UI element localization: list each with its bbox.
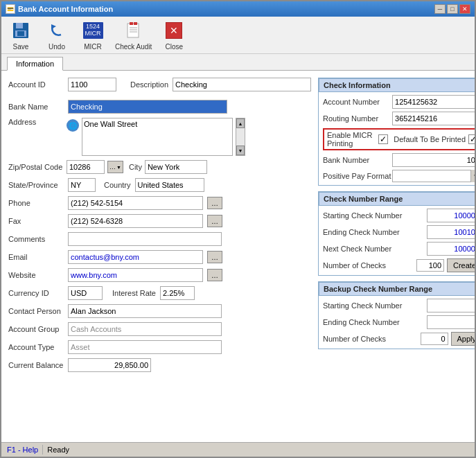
- maximize-button[interactable]: □: [447, 4, 458, 14]
- bank-number-input[interactable]: [392, 153, 475, 167]
- address-scrollbar[interactable]: ▲ ▼: [236, 118, 245, 156]
- tab-information[interactable]: Information: [7, 57, 63, 71]
- balance-input[interactable]: [68, 358, 151, 372]
- micr-printing-label: Enable MICR Printing: [327, 131, 378, 148]
- svg-rect-6: [130, 22, 133, 25]
- website-input[interactable]: [68, 268, 203, 282]
- contact-label: Contact Person: [8, 307, 64, 315]
- account-id-input[interactable]: [68, 78, 116, 91]
- status-bar: F1 - Help Ready: [1, 442, 475, 457]
- account-header-row: Account ID Description: [8, 78, 311, 91]
- interest-input[interactable]: [160, 286, 195, 300]
- positive-pay-dropdown[interactable]: ▼: [392, 170, 475, 182]
- description-label: Description: [130, 80, 168, 89]
- zip-label: Zip/Postal Code: [8, 163, 64, 171]
- email-row: Email …: [8, 250, 311, 264]
- micr-checkbox[interactable]: ✓: [378, 134, 388, 144]
- status-label: Ready: [47, 446, 69, 454]
- next-check-input[interactable]: [427, 242, 475, 256]
- zip-lookup-button[interactable]: … ▼: [107, 161, 123, 173]
- starting-check-input[interactable]: [427, 209, 475, 222]
- account-type-input[interactable]: [68, 340, 222, 354]
- fax-dots-button[interactable]: …: [207, 215, 222, 227]
- comments-row: Comments: [8, 232, 311, 246]
- positive-pay-label: Positive Pay Format: [323, 172, 392, 180]
- num-checks-input[interactable]: [416, 259, 444, 272]
- num-checks-row: Number of Checks Create: [323, 258, 475, 272]
- bank-name-input[interactable]: [68, 100, 227, 114]
- create-button[interactable]: Create: [447, 258, 475, 272]
- apply-button[interactable]: Apply: [451, 332, 475, 346]
- positive-pay-input[interactable]: [393, 170, 470, 182]
- right-panel: Check Information Account Number Routing…: [318, 78, 475, 435]
- email-dots-button[interactable]: …: [207, 251, 222, 263]
- state-input[interactable]: [68, 178, 96, 192]
- email-input[interactable]: [68, 250, 203, 264]
- help-label[interactable]: F1 - Help: [7, 446, 38, 454]
- account-type-label: Account Type: [8, 343, 64, 351]
- check-range-section: Check Number Range Starting Check Number…: [318, 191, 475, 276]
- phone-dots-button[interactable]: …: [207, 197, 222, 209]
- ending-check-label: Ending Check Number: [323, 228, 400, 236]
- backup-num-checks-input[interactable]: [421, 333, 448, 345]
- routing-number-input[interactable]: [392, 112, 475, 125]
- svg-rect-1: [16, 23, 23, 28]
- backup-num-checks-row: Number of Checks Apply: [323, 332, 475, 346]
- backup-starting-row: Starting Check Number: [323, 299, 475, 312]
- svg-rect-5: [127, 24, 139, 37]
- state-country-row: State/Province Country: [8, 178, 311, 192]
- undo-button[interactable]: Undo: [43, 19, 71, 51]
- address-globe-button[interactable]: 🌐: [67, 119, 79, 132]
- bank-name-label: Bank Name: [8, 103, 64, 111]
- city-input[interactable]: [145, 160, 207, 174]
- check-range-header: Check Number Range: [319, 192, 475, 206]
- contact-input[interactable]: [68, 304, 222, 318]
- close-toolbar-button[interactable]: ✕ Close: [160, 19, 188, 51]
- currency-label: Currency ID: [8, 289, 64, 297]
- status-divider: [42, 445, 43, 455]
- contact-row: Contact Person: [8, 304, 311, 318]
- positive-pay-arrow[interactable]: ▼: [470, 170, 475, 182]
- minimize-button[interactable]: ─: [434, 4, 446, 14]
- num-checks-label: Number of Checks: [323, 261, 386, 270]
- zip-input[interactable]: [67, 160, 105, 174]
- account-group-input[interactable]: [68, 322, 222, 336]
- zip-city-row: Zip/Postal Code … ▼ City: [8, 160, 311, 174]
- positive-pay-row: Positive Pay Format ▼: [323, 170, 475, 182]
- website-dots-button[interactable]: …: [207, 269, 222, 281]
- micr-button[interactable]: 1524MICR MICR: [79, 19, 107, 51]
- routing-number-label: Routing Number: [323, 114, 392, 123]
- state-label: State/Province: [8, 181, 64, 189]
- routing-number-row: Routing Number: [323, 112, 475, 125]
- fax-input[interactable]: [68, 214, 203, 228]
- backup-starting-input[interactable]: [427, 299, 475, 312]
- comments-input[interactable]: [68, 232, 222, 246]
- interest-label: Interest Rate: [112, 289, 156, 297]
- address-input[interactable]: One Wall Street: [82, 118, 233, 156]
- toolbar: Save Undo 1524MICR MICR Check Audit ✕ Cl…: [1, 17, 475, 54]
- account-number-label: Account Number: [323, 98, 392, 106]
- check-audit-icon: [123, 19, 145, 42]
- currency-input[interactable]: [68, 286, 103, 300]
- save-label: Save: [13, 43, 29, 51]
- phone-input[interactable]: [68, 196, 203, 210]
- address-label: Address: [8, 118, 64, 126]
- svg-marker-4: [51, 24, 56, 29]
- close-button[interactable]: ✕: [459, 4, 470, 14]
- check-audit-button[interactable]: Check Audit: [115, 19, 152, 51]
- account-id-label: Account ID: [8, 80, 64, 89]
- ending-check-row: Ending Check Number: [323, 225, 475, 239]
- description-input[interactable]: [173, 78, 311, 91]
- bank-name-row: Bank Name: [8, 100, 311, 114]
- ending-check-input[interactable]: [427, 225, 475, 239]
- save-button[interactable]: Save: [7, 19, 35, 51]
- account-number-input[interactable]: [392, 95, 475, 109]
- country-input[interactable]: [135, 178, 204, 192]
- backup-range-content: Starting Check Number Ending Check Numbe…: [319, 296, 475, 349]
- backup-num-checks-label: Number of Checks: [323, 335, 386, 343]
- default-checkbox[interactable]: ✓: [468, 134, 475, 144]
- description-row: Description: [130, 78, 311, 91]
- backup-ending-input[interactable]: [427, 315, 475, 329]
- window-icon: 💳: [6, 4, 15, 14]
- check-info-content: Account Number Routing Number Enable MIC…: [319, 92, 475, 185]
